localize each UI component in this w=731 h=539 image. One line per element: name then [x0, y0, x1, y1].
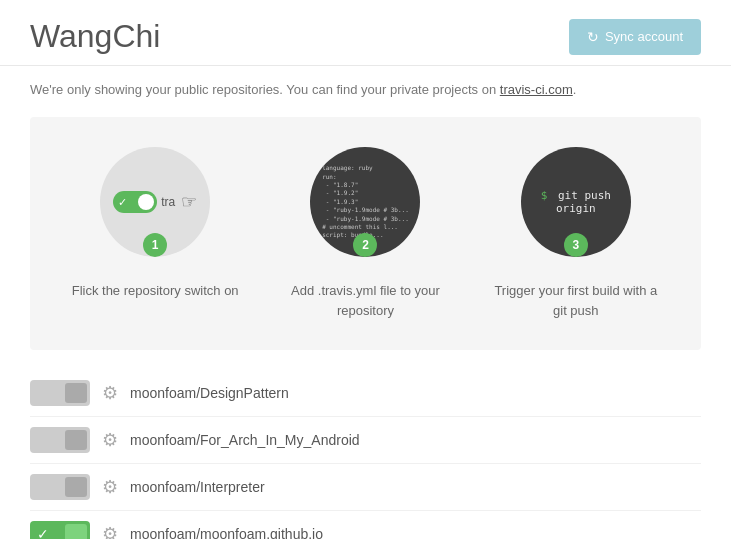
step-1-check: ✓ [118, 196, 127, 209]
travis-ci-link[interactable]: travis-ci.com [500, 82, 573, 97]
repo-0-name: moonfoam/DesignPattern [130, 385, 289, 401]
step-2-visual: language: ruby run: - "1.8.7" - "1.9.2" … [310, 147, 420, 257]
repo-item-0: ✕ ⚙ moonfoam/DesignPattern [30, 370, 701, 417]
step-1-badge: 1 [143, 233, 167, 257]
repo-1-settings-icon[interactable]: ⚙ [102, 429, 118, 451]
repo-1-toggle[interactable]: ✕ [30, 427, 90, 453]
step-2-badge: 2 [353, 233, 377, 257]
code-line-6: - "ruby-1.9mode # 3b... [322, 206, 409, 213]
repo-item-1: ✕ ⚙ moonfoam/For_Arch_In_My_Android [30, 417, 701, 464]
cursor-icon: ☞ [181, 191, 197, 213]
step-1-label: Flick the repository switch on [72, 281, 239, 301]
step-2-code: language: ruby run: - "1.8.7" - "1.9.2" … [318, 160, 413, 244]
terminal-content: $ git push origin [521, 189, 631, 215]
step-1: ✓ tra ☞ 1 Flick the repository switch on [65, 147, 245, 301]
repo-0-knob [65, 383, 87, 403]
repo-3-toggle[interactable]: ✓ [30, 521, 90, 539]
step-1-knob [138, 194, 154, 210]
sync-button-label: Sync account [605, 29, 683, 44]
terminal-dollar: $ [541, 189, 548, 202]
repo-item-3: ✓ ⚙ moonfoam/moonfoam.github.io [30, 511, 701, 539]
step-2-label: Add .travis.yml file to your repository [275, 281, 455, 320]
subheader-text-before: We're only showing your public repositor… [30, 82, 500, 97]
repo-0-settings-icon[interactable]: ⚙ [102, 382, 118, 404]
repository-list: ✕ ⚙ moonfoam/DesignPattern ✕ ⚙ moonfoam/… [0, 370, 731, 539]
repo-3-check-mark: ✓ [37, 526, 49, 539]
repo-1-name: moonfoam/For_Arch_In_My_Android [130, 432, 360, 448]
step-1-toggle-on: ✓ [113, 191, 157, 213]
repo-2-settings-icon[interactable]: ⚙ [102, 476, 118, 498]
step-1-toggle-demo: ✓ tra ☞ [113, 191, 197, 213]
repo-item-2: ✕ ⚙ moonfoam/Interpreter [30, 464, 701, 511]
terminal-command: git push origin [556, 189, 611, 215]
repo-0-toggle[interactable]: ✕ [30, 380, 90, 406]
header: WangChi ↻ Sync account [0, 0, 731, 66]
subheader: We're only showing your public repositor… [0, 66, 731, 107]
step-1-visual: ✓ tra ☞ 1 [100, 147, 210, 257]
repo-2-knob [65, 477, 87, 497]
code-line-5: - "1.9.3" [322, 198, 358, 205]
step-3: $ git push origin 3 Trigger your first b… [486, 147, 666, 320]
code-line-8: # uncomment this l... [322, 223, 398, 230]
step-3-label: Trigger your first build with a git push [486, 281, 666, 320]
step-3-badge: 3 [564, 233, 588, 257]
code-line-7: - "ruby-1.9mode # 3b... [322, 215, 409, 222]
step-3-visual: $ git push origin 3 [521, 147, 631, 257]
repo-2-name: moonfoam/Interpreter [130, 479, 265, 495]
subheader-text-after: . [573, 82, 577, 97]
page-title: WangChi [30, 18, 160, 55]
repo-1-knob [65, 430, 87, 450]
repo-3-name: moonfoam/moonfoam.github.io [130, 526, 323, 539]
steps-container: ✓ tra ☞ 1 Flick the repository switch on… [30, 117, 701, 350]
sync-icon: ↻ [587, 29, 599, 45]
code-line-2: run: [322, 173, 336, 180]
repo-2-toggle[interactable]: ✕ [30, 474, 90, 500]
code-line-4: - "1.9.2" [322, 189, 358, 196]
sync-account-button[interactable]: ↻ Sync account [569, 19, 701, 55]
step-1-repo-label: tra [161, 195, 175, 209]
repo-3-settings-icon[interactable]: ⚙ [102, 523, 118, 539]
code-line-3: - "1.8.7" [322, 181, 358, 188]
code-line-1: language: ruby [322, 164, 373, 171]
repo-3-knob [65, 524, 87, 539]
step-2: language: ruby run: - "1.8.7" - "1.9.2" … [275, 147, 455, 320]
